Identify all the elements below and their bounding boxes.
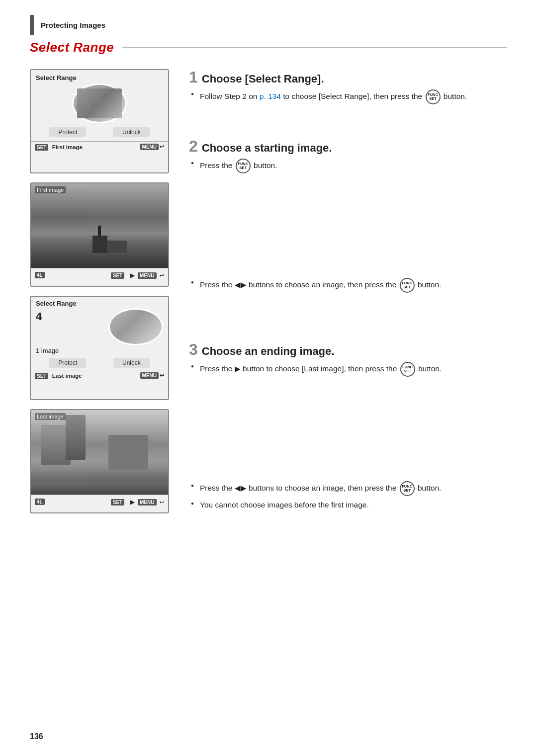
screen2: First image 4L SET ▶ MENU [30, 182, 169, 287]
arrow-r-1: ▶ [235, 364, 241, 373]
set-badge3: SET [35, 373, 48, 379]
func-btn-1: FUNC SET [426, 89, 441, 104]
step3-bullet2: Press the ◀▶ buttons to choose an image,… [191, 481, 507, 496]
screen4-label: Last image [35, 413, 66, 420]
screen2-arrow: ▶ [130, 272, 134, 278]
screen1: Select Range Protect Unlock SET First im… [30, 69, 169, 173]
menu-badge2: MENU [138, 272, 156, 279]
screen4-footer-right: SET ▶ MENU ↩ [111, 497, 164, 506]
header-bar: Protecting Images [30, 15, 507, 35]
set-badge: SET [35, 144, 48, 151]
step2-bullet1: Press the FUNC SET button. [191, 159, 507, 173]
left-column: Select Range Protect Unlock SET First im… [30, 69, 174, 513]
screen1-circle [72, 84, 127, 123]
screen1-footer-right: MENU↩ [140, 144, 164, 150]
step3-bullet3: You cannot choose images before the firs… [191, 499, 507, 510]
step2-extra-bullets: Press the ◀▶ buttons to choose an image,… [189, 278, 507, 296]
menu-badge4: MENU [138, 499, 156, 505]
header-rule [30, 15, 34, 35]
step2-block: 2 Choose a starting image. Press the FUN… [189, 138, 507, 176]
main-content: Select Range Protect Unlock SET First im… [30, 69, 507, 513]
step2-bullet2: Press the ◀▶ buttons to choose an image,… [191, 278, 507, 293]
screen4: Last image 4L SET ▶ MENU ↩ [30, 409, 169, 513]
quality-badge: 4L [35, 272, 45, 278]
screen3-number: 4 [36, 308, 42, 323]
screen2-footer: 4L SET ▶ MENU ↩ [31, 268, 168, 281]
menu-arrow: ↩ [160, 144, 164, 150]
step2-bullets: Press the FUNC SET button. [189, 159, 507, 173]
step1-number: 1 [189, 69, 198, 85]
spacer2 [189, 396, 507, 481]
menu-arrow2: ↩ [160, 272, 164, 278]
func-btn-3: FUNC SET [400, 278, 415, 293]
screen3-footer-left: SET Last image [35, 373, 82, 379]
section-title: Select Range [30, 40, 114, 55]
screen3-count: 1 image [31, 345, 168, 356]
screen1-footer: SET First image MENU↩ [31, 141, 168, 152]
menu-arrow4: ↩ [160, 499, 164, 505]
step3-bullet1: Press the ▶ button to choose [Last image… [191, 362, 507, 377]
screen2-wrapper: First image 4L SET ▶ MENU [30, 182, 174, 287]
step1-block: 1 Choose [Select Range]. Follow Step 2 o… [189, 69, 507, 107]
step3-extra-bullets: Press the ◀▶ buttons to choose an image,… [189, 481, 507, 513]
protect-btn2[interactable]: Protect [49, 358, 86, 368]
screen3-footer-right: MENU↩ [140, 372, 164, 379]
screen4-footer: 4L SET ▶ MENU ↩ [31, 495, 168, 508]
arrow-lr-2: ◀▶ [235, 484, 247, 492]
step2-number: 2 [189, 138, 198, 154]
screen1-title: Select Range [31, 70, 168, 84]
menu-arrow3: ↩ [160, 372, 164, 378]
screen3-footer: SET Last image MENU↩ [31, 370, 168, 381]
unlock-btn[interactable]: Unlock [113, 127, 150, 137]
step1-link[interactable]: p. 134 [260, 92, 281, 100]
protect-btn[interactable]: Protect [49, 127, 86, 137]
step1-header: 1 Choose [Select Range]. [189, 69, 507, 85]
screen3-wrapper: Select Range 4 1 image Protect Unlock SE… [30, 296, 174, 400]
screen3-buttons-row: Protect Unlock [36, 358, 163, 368]
section-rule [122, 47, 507, 48]
screen4-wrapper: Last image 4L SET ▶ MENU ↩ [30, 409, 174, 513]
screen2-footer-right: SET ▶ MENU ↩ [111, 270, 164, 279]
step3-title: Choose an ending image. [202, 345, 334, 358]
func-btn-5: FUNC SET [400, 481, 415, 496]
unlock-btn2[interactable]: Unlock [113, 358, 150, 368]
screen2-label: First image [35, 186, 66, 193]
screen3-circle [108, 308, 163, 345]
step2-title: Choose a starting image. [202, 142, 332, 155]
set-badge2: SET [111, 272, 124, 279]
set-badge4: SET [111, 499, 124, 505]
step1-bullet1: Follow Step 2 on p. 134 to choose [Selec… [191, 89, 507, 104]
step3-block: 3 Choose an ending image. Press the ▶ bu… [189, 341, 507, 380]
func-btn-2: FUNC SET [236, 159, 251, 173]
menu-badge3: MENU [140, 372, 159, 379]
screen1-footer-left: SET First image [35, 144, 83, 150]
page-number: 136 [30, 732, 43, 741]
screen2-photo: First image [31, 183, 168, 268]
screen1-wrapper: Select Range Protect Unlock SET First im… [30, 69, 174, 173]
arrow-lr-1: ◀▶ [235, 280, 247, 289]
step2-header: 2 Choose a starting image. [189, 138, 507, 155]
spacer1 [189, 192, 507, 278]
menu-badge: MENU [140, 144, 159, 150]
step3-header: 3 Choose an ending image. [189, 341, 507, 358]
screen4-arrow: ▶ [130, 499, 134, 505]
header-label: Protecting Images [41, 21, 105, 29]
right-column: 1 Choose [Select Range]. Follow Step 2 o… [189, 69, 507, 513]
step3-bullets: Press the ▶ button to choose [Last image… [189, 362, 507, 377]
step1-bullets: Follow Step 2 on p. 134 to choose [Selec… [189, 89, 507, 104]
func-btn-4: FUNC SET [400, 362, 415, 377]
quality-badge2: 4L [35, 499, 45, 505]
section-title-bar: Select Range [30, 40, 507, 55]
step3-number: 3 [189, 341, 198, 357]
step1-title: Choose [Select Range]. [202, 73, 324, 85]
screen4-photo: Last image [31, 410, 168, 495]
screen1-buttons-row: Protect Unlock [36, 127, 163, 137]
screen3: Select Range 4 1 image Protect Unlock SE… [30, 296, 169, 400]
screen3-title: Select Range [31, 297, 168, 308]
screen1-image-area [31, 84, 168, 123]
